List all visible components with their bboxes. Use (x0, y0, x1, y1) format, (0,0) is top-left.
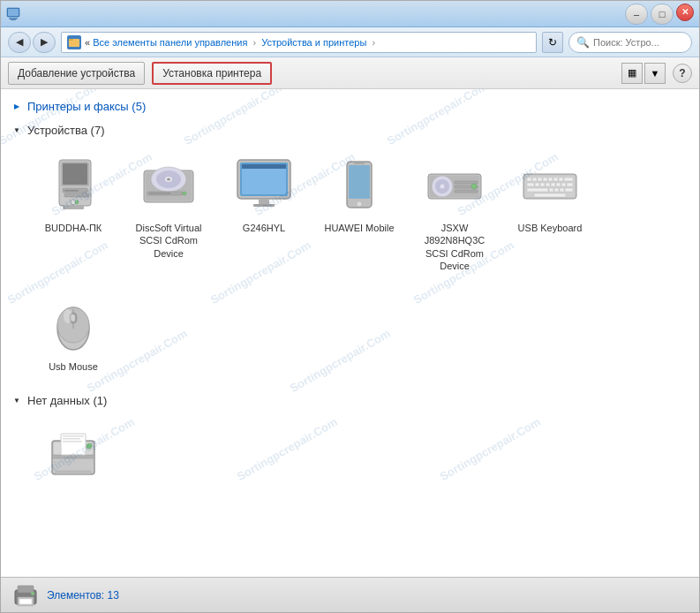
device-item-discsoft[interactable]: DiscSoft Virtual SCSI CdRom Device (124, 148, 213, 279)
device-item-mouse[interactable]: Usb Mouse (29, 286, 117, 380)
nodata-grid (11, 411, 689, 506)
mobile-device-icon (329, 156, 389, 216)
collapse-arrow-devices: ▼ (11, 125, 22, 136)
svg-rect-65 (565, 188, 573, 192)
section-title-nodata: Нет данных (1) (27, 394, 107, 407)
svg-rect-26 (242, 164, 286, 194)
back-button[interactable]: ◀ (8, 32, 31, 53)
section-devices[interactable]: ▼ Устройства (7) (11, 120, 689, 140)
address-part2[interactable]: Устройства и принтеры (261, 37, 366, 48)
device-item-scanner[interactable] (29, 418, 117, 499)
address-bar: ◀ ▶ « Все элементы панели управления › У… (1, 27, 699, 57)
address-sep2: › (372, 37, 375, 48)
section-printers[interactable]: ▶ Принтеры и факсы (5) (11, 96, 689, 117)
view-mode-button[interactable]: ▦ (621, 63, 643, 84)
svg-rect-53 (527, 183, 534, 186)
device-item-buddha[interactable]: BUDDHA-ПК (29, 148, 117, 279)
svg-rect-54 (535, 183, 539, 186)
svg-rect-27 (242, 164, 286, 169)
svg-point-81 (87, 443, 92, 449)
svg-rect-78 (63, 438, 80, 440)
svg-rect-32 (354, 163, 365, 164)
monitor-icon (234, 156, 294, 216)
svg-point-38 (440, 185, 445, 189)
refresh-button[interactable]: ↻ (542, 32, 563, 53)
svg-rect-56 (546, 183, 550, 186)
install-printer-button[interactable]: Установка принтера (152, 62, 272, 85)
svg-rect-85 (19, 599, 32, 604)
forward-button[interactable]: ▶ (33, 32, 56, 53)
maximize-button[interactable]: □ (651, 4, 674, 25)
svg-rect-41 (455, 190, 478, 193)
svg-rect-51 (559, 178, 563, 181)
device-label-buddha: BUDDHA-ПК (45, 222, 102, 234)
svg-point-86 (31, 592, 34, 595)
section-nodata[interactable]: ▼ Нет данных (1) (11, 390, 689, 411)
view-buttons: ▦ ▼ (621, 63, 666, 84)
svg-point-33 (357, 201, 362, 207)
svg-rect-39 (455, 181, 478, 184)
device-item-monitor[interactable]: G246HYL (220, 148, 308, 279)
address-field[interactable]: « Все элементы панели управления › Устро… (61, 32, 537, 53)
address-text: « Все элементы панели управления › Устро… (85, 37, 378, 48)
svg-rect-46 (532, 178, 537, 181)
device-icon-monitor (232, 155, 296, 218)
title-bar-left (6, 7, 20, 21)
main-window: – □ ✕ ◀ ▶ « Все элементы пане (0, 0, 700, 613)
view-dropdown-button[interactable]: ▼ (644, 63, 666, 84)
minimize-icon: – (634, 9, 639, 19)
svg-rect-57 (551, 183, 555, 186)
svg-rect-45 (527, 178, 531, 181)
close-button[interactable]: ✕ (676, 4, 694, 21)
computer-icon (43, 156, 103, 216)
device-item-keyboard[interactable]: USB Keyboard (506, 148, 594, 279)
svg-rect-22 (149, 193, 170, 194)
help-button[interactable]: ? (673, 64, 692, 83)
device-label-mouse: Usb Mouse (49, 360, 98, 373)
svg-rect-63 (554, 188, 559, 192)
printer-status-icon (11, 581, 40, 609)
device-item-huawei[interactable]: HUAWEI Mobile (315, 148, 403, 279)
section-title-devices: Устройства (7) (27, 124, 105, 137)
svg-rect-47 (538, 178, 542, 181)
device-label-jsxw: JSXW J892N8HQ3C SCSI CdRom Device (418, 222, 492, 272)
device-item-jsxw[interactable]: JSXW J892N8HQ3C SCSI CdRom Device (410, 148, 499, 279)
close-icon: ✕ (681, 7, 689, 17)
svg-point-42 (471, 184, 477, 189)
device-icon-scanner (41, 425, 105, 488)
folder-icon (69, 37, 79, 48)
address-sep: › (252, 37, 259, 48)
svg-point-20 (167, 178, 170, 181)
svg-rect-55 (540, 183, 545, 186)
scsi-cdrom-icon (425, 156, 485, 216)
device-label-monitor: G246HYL (243, 222, 285, 234)
minimize-button[interactable]: – (625, 4, 648, 25)
svg-rect-14 (63, 206, 84, 209)
svg-rect-80 (56, 471, 91, 474)
svg-rect-3 (8, 9, 19, 16)
svg-rect-28 (259, 199, 269, 204)
search-input[interactable] (593, 37, 673, 48)
svg-rect-10 (64, 190, 79, 192)
device-icon-jsxw (423, 155, 486, 218)
svg-rect-2 (11, 19, 16, 20)
scanner-icon (43, 427, 103, 487)
device-label-keyboard: USB Keyboard (518, 222, 583, 234)
address-part1[interactable]: Все элементы панели управления (93, 37, 247, 48)
svg-rect-61 (527, 188, 548, 192)
keyboard-icon (520, 156, 580, 216)
help-icon: ? (679, 67, 685, 79)
search-box[interactable]: 🔍 (568, 32, 692, 53)
add-device-button[interactable]: Добавление устройства (8, 62, 145, 85)
svg-point-23 (183, 192, 186, 195)
window-controls: – □ ✕ (625, 4, 694, 25)
svg-rect-1 (9, 18, 18, 19)
svg-rect-49 (548, 178, 553, 181)
collapse-arrow-printers: ▶ (11, 102, 22, 112)
search-icon: 🔍 (576, 36, 590, 49)
device-icon-mouse (41, 293, 105, 357)
svg-point-13 (75, 201, 79, 204)
mouse-icon (43, 295, 103, 355)
main-area: Sortingpcrepair.Com Sortingpcrepair.Com … (1, 89, 699, 577)
device-label-discsoft: DiscSoft Virtual SCSI CdRom Device (132, 222, 206, 260)
